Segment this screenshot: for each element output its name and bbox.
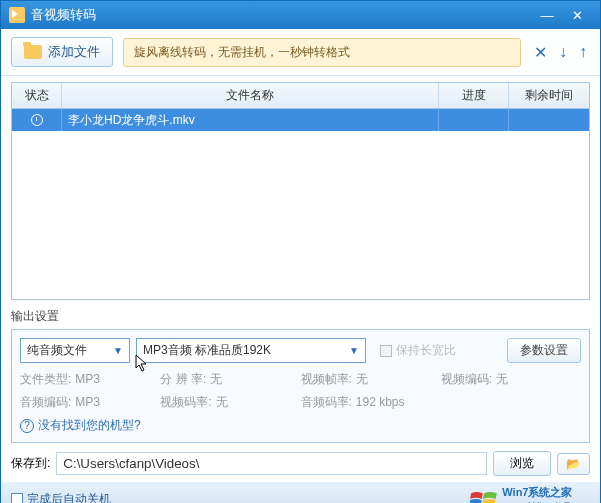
move-down-icon[interactable]: ↓ xyxy=(556,41,570,64)
chevron-down-icon: ▼ xyxy=(349,345,359,356)
auto-shutdown-checkbox[interactable]: 完成后自动关机 xyxy=(11,491,111,504)
help-text: 没有找到您的机型? xyxy=(38,417,141,434)
window-title: 音视频转码 xyxy=(31,6,96,24)
windows-logo-icon xyxy=(470,489,498,504)
output-section: 输出设置 纯音频文件 ▼ MP3音频 标准品质192K ▼ 保持长宽比 参数设置… xyxy=(11,308,590,443)
col-progress[interactable]: 进度 xyxy=(439,83,509,108)
acodec-info: 音频编码:MP3 xyxy=(20,394,160,411)
add-file-label: 添加文件 xyxy=(48,43,100,61)
resolution-info: 分 辨 率:无 xyxy=(160,371,300,388)
checkbox-icon xyxy=(380,345,392,357)
table-header: 状态 文件名称 进度 剩余时间 xyxy=(12,83,589,109)
watermark: Win7系统之家 www.Winwin7.com xyxy=(470,485,594,503)
model-help-link[interactable]: ? 没有找到您的机型? xyxy=(20,417,581,434)
output-profile-value: MP3音频 标准品质192K xyxy=(143,342,271,359)
col-name[interactable]: 文件名称 xyxy=(62,83,439,108)
move-up-icon[interactable]: ↑ xyxy=(576,41,590,64)
output-type-combo[interactable]: 纯音频文件 ▼ xyxy=(20,338,130,363)
toolbar-actions: ✕ ↓ ↑ xyxy=(531,41,590,64)
window-controls: — ✕ xyxy=(532,5,592,25)
add-file-button[interactable]: 添加文件 xyxy=(11,37,113,67)
toolbar: 添加文件 旋风离线转码，无需挂机，一秒钟转格式 ✕ ↓ ↑ xyxy=(1,29,600,76)
close-button[interactable]: ✕ xyxy=(562,5,592,25)
output-title: 输出设置 xyxy=(11,308,590,325)
minimize-button[interactable]: — xyxy=(532,5,562,25)
chevron-down-icon: ▼ xyxy=(113,345,123,356)
auto-shutdown-label: 完成后自动关机 xyxy=(27,491,111,504)
pending-icon xyxy=(31,114,43,126)
save-row: 保存到: 浏览 📂 xyxy=(11,451,590,476)
vfps-info: 视频帧率:无 xyxy=(301,371,441,388)
file-type-info: 文件类型:MP3 xyxy=(20,371,160,388)
output-type-value: 纯音频文件 xyxy=(27,342,87,359)
browse-button[interactable]: 浏览 xyxy=(493,451,551,476)
output-info-grid: 文件类型:MP3 分 辨 率:无 视频帧率:无 视频编码:无 音频编码:MP3 … xyxy=(20,371,581,411)
remove-icon[interactable]: ✕ xyxy=(531,41,550,64)
open-folder-button[interactable]: 📂 xyxy=(557,453,590,475)
titlebar[interactable]: 音视频转码 — ✕ xyxy=(1,1,600,29)
vbitrate-info: 视频码率:无 xyxy=(160,394,300,411)
output-profile-combo[interactable]: MP3音频 标准品质192K ▼ xyxy=(136,338,366,363)
watermark-brand: Win7系统之家 xyxy=(502,485,594,500)
abitrate-info: 音频码率:192 kbps xyxy=(301,394,441,411)
file-table: 状态 文件名称 进度 剩余时间 李小龙HD龙争虎斗.mkv xyxy=(11,82,590,300)
save-path-input[interactable] xyxy=(56,452,487,475)
table-body: 李小龙HD龙争虎斗.mkv xyxy=(12,109,589,299)
keep-ratio-label: 保持长宽比 xyxy=(396,342,456,359)
save-label: 保存到: xyxy=(11,455,50,472)
table-row[interactable]: 李小龙HD龙争虎斗.mkv xyxy=(12,109,589,131)
checkbox-icon xyxy=(11,493,23,503)
progress-cell xyxy=(439,109,509,131)
app-window: 音视频转码 — ✕ 添加文件 旋风离线转码，无需挂机，一秒钟转格式 ✕ ↓ ↑ … xyxy=(0,0,601,503)
folder-icon xyxy=(24,45,42,59)
filename-cell: 李小龙HD龙争虎斗.mkv xyxy=(62,109,439,131)
status-cell xyxy=(12,109,62,131)
output-row1: 纯音频文件 ▼ MP3音频 标准品质192K ▼ 保持长宽比 参数设置 xyxy=(20,338,581,363)
keep-ratio-checkbox[interactable]: 保持长宽比 xyxy=(380,342,456,359)
col-time[interactable]: 剩余时间 xyxy=(509,83,589,108)
hint-bar: 旋风离线转码，无需挂机，一秒钟转格式 xyxy=(123,38,521,67)
params-button[interactable]: 参数设置 xyxy=(507,338,581,363)
col-status[interactable]: 状态 xyxy=(12,83,62,108)
output-panel: 纯音频文件 ▼ MP3音频 标准品质192K ▼ 保持长宽比 参数设置 文件类型… xyxy=(11,329,590,443)
app-icon xyxy=(9,7,25,23)
help-icon: ? xyxy=(20,419,34,433)
vcodec-info: 视频编码:无 xyxy=(441,371,581,388)
status-bar: 完成后自动关机 Win7系统之家 www.Winwin7.com xyxy=(1,482,600,503)
time-cell xyxy=(509,109,589,131)
